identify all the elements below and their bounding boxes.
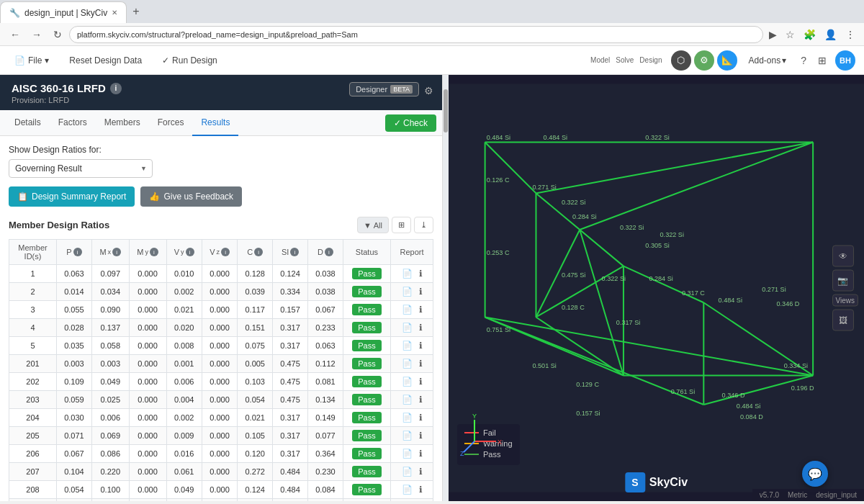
svg-text:0.271 Si: 0.271 Si: [762, 286, 786, 293]
si-info-icon[interactable]: i: [290, 248, 299, 256]
report-doc-button[interactable]: 📄: [400, 484, 415, 495]
all-filter-button[interactable]: ▼ All: [357, 217, 389, 233]
report-info-button[interactable]: ℹ: [417, 466, 425, 477]
tab-factors[interactable]: Factors: [50, 110, 96, 136]
designer-badge[interactable]: Designer BETA: [349, 82, 419, 96]
new-tab-button[interactable]: +: [127, 5, 145, 18]
report-info-button[interactable]: ℹ: [417, 394, 425, 405]
report-doc-button[interactable]: 📄: [400, 358, 415, 369]
c-info-icon[interactable]: i: [254, 248, 263, 256]
chat-button[interactable]: 💬: [802, 461, 828, 487]
active-tab[interactable]: 🔧 design_input | SkyCiv ✕: [0, 1, 127, 23]
design-icon[interactable]: 📐: [717, 50, 737, 71]
table-cell: 0.000: [129, 283, 166, 301]
report-doc-button[interactable]: 📄: [400, 322, 415, 333]
report-doc-button[interactable]: 📄: [400, 448, 415, 459]
report-info-button[interactable]: ℹ: [417, 430, 425, 441]
menu-button[interactable]: ⋮: [842, 27, 858, 42]
profile-button[interactable]: 👤: [822, 27, 840, 42]
vy-info-icon[interactable]: i: [186, 248, 194, 256]
table-cell: 0.054: [57, 481, 92, 499]
report-info-button[interactable]: ℹ: [417, 340, 425, 351]
table-cell: 0.055: [57, 301, 92, 319]
design-summary-button[interactable]: 📋 Design Summary Report: [9, 186, 135, 207]
table-cell: 0.001: [166, 355, 202, 373]
status-cell: Pass: [343, 499, 390, 502]
check-button[interactable]: ✓ Check: [385, 114, 436, 132]
feedback-button[interactable]: 👍 Give us Feedback: [140, 186, 242, 207]
tab-forces[interactable]: Forces: [149, 110, 193, 136]
my-info-icon[interactable]: i: [150, 248, 158, 256]
camera-button[interactable]: 📷: [832, 270, 854, 292]
report-info-button[interactable]: ℹ: [417, 448, 425, 459]
table-cell: 0.104: [57, 463, 92, 481]
report-info-button[interactable]: ℹ: [417, 286, 425, 297]
solve-icon[interactable]: ⚙: [694, 50, 714, 71]
report-info-button[interactable]: ℹ: [417, 358, 425, 369]
svg-text:0.126 C: 0.126 C: [487, 176, 510, 184]
table-cell: 0.086: [91, 445, 129, 463]
back-button[interactable]: ←: [6, 26, 24, 43]
help-button[interactable]: ?: [798, 52, 809, 69]
bookmark-star-button[interactable]: ☆: [783, 27, 798, 42]
report-doc-button[interactable]: 📄: [400, 466, 415, 477]
columns-button[interactable]: ⊞: [392, 217, 411, 233]
addons-button[interactable]: Add-ons ▾: [743, 53, 793, 68]
extension-button[interactable]: 🧩: [801, 27, 819, 42]
status-badge: Pass: [352, 268, 381, 279]
report-info-button[interactable]: ℹ: [417, 304, 425, 315]
report-doc-button[interactable]: 📄: [400, 268, 415, 279]
eye-button[interactable]: 👁: [832, 246, 854, 267]
vz-info-icon[interactable]: i: [221, 248, 230, 256]
table-cell: 0.063: [308, 337, 343, 355]
report-info-button[interactable]: ℹ: [417, 376, 425, 387]
svg-text:Y: Y: [472, 413, 477, 420]
governing-result-select[interactable]: Governing Result: [9, 159, 153, 178]
views-button[interactable]: Views: [832, 294, 859, 307]
report-info-button[interactable]: ℹ: [417, 268, 425, 279]
avatar[interactable]: BH: [835, 50, 855, 71]
report-doc-button[interactable]: 📄: [400, 304, 415, 315]
mx-info-icon[interactable]: i: [112, 248, 121, 256]
table-cell: 0.081: [308, 373, 343, 391]
apps-button[interactable]: ⊞: [815, 52, 829, 69]
tab-results[interactable]: Results: [192, 110, 238, 136]
run-design-button[interactable]: ✓ Run Design: [156, 53, 223, 68]
report-doc-button[interactable]: 📄: [400, 286, 415, 297]
cast-button[interactable]: ▶: [766, 27, 780, 42]
tab-members[interactable]: Members: [96, 110, 149, 136]
model-icon[interactable]: ⬡: [671, 50, 691, 71]
table-row: 2040.0300.0060.0000.0020.0000.0210.3170.…: [9, 409, 433, 427]
refresh-button[interactable]: ↻: [49, 26, 66, 43]
skyciv-text: SkyCiv: [649, 476, 688, 489]
table-cell: 204: [9, 409, 57, 427]
table-cell: 0.322: [273, 499, 308, 502]
table-cell: 0.317: [273, 445, 308, 463]
title-info-icon[interactable]: i: [110, 83, 122, 94]
table-cell: 207: [9, 463, 57, 481]
export-button[interactable]: ⤓: [414, 217, 433, 233]
p-info-icon[interactable]: i: [73, 248, 82, 256]
forward-button[interactable]: →: [27, 26, 46, 43]
d-info-icon[interactable]: i: [325, 248, 333, 256]
image-button[interactable]: 🖼: [832, 310, 854, 331]
table-cell: 0.005: [238, 355, 273, 373]
report-info-button[interactable]: ℹ: [417, 484, 425, 495]
report-doc-button[interactable]: 📄: [400, 430, 415, 441]
settings-button[interactable]: ⚙: [421, 82, 436, 99]
report-info-button[interactable]: ℹ: [417, 322, 425, 333]
tab-details[interactable]: Details: [6, 110, 50, 136]
report-doc-button[interactable]: 📄: [400, 376, 415, 387]
tab-close-button[interactable]: ✕: [112, 9, 117, 17]
report-info-button[interactable]: ℹ: [417, 412, 425, 423]
panel-scrollbar[interactable]: [443, 75, 449, 501]
scrollbar-thumb[interactable]: [444, 89, 448, 132]
report-doc-button[interactable]: 📄: [400, 412, 415, 423]
table-section: Member Design Ratios ▼ All ⊞ ⤓: [9, 217, 433, 501]
report-doc-button[interactable]: 📄: [400, 394, 415, 405]
report-doc-button[interactable]: 📄: [400, 340, 415, 351]
file-menu-button[interactable]: 📄 File ▾: [9, 53, 55, 68]
address-bar[interactable]: [69, 26, 763, 43]
reset-design-button[interactable]: Reset Design Data: [63, 53, 148, 68]
col-vy: Vy i: [166, 240, 202, 265]
